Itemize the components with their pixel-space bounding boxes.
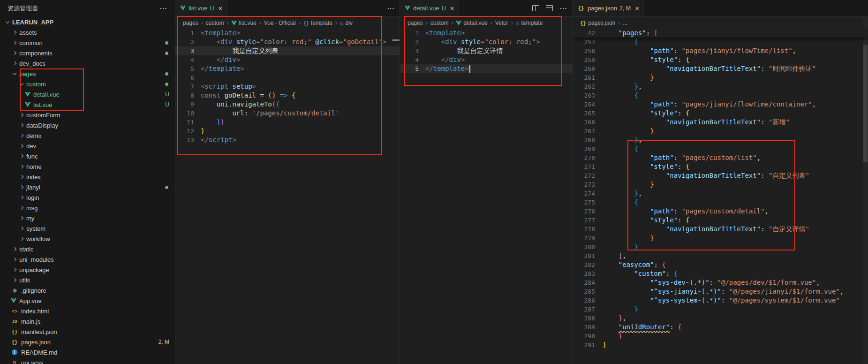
code-line-1[interactable]: 1<template> [400,29,572,38]
more-actions-icon[interactable]: ⋯ [559,5,567,12]
tree-item-datadisplay[interactable]: dataDisplay [0,120,175,130]
tree-item-dev-docs[interactable]: dev_docs [0,58,175,68]
code-line-277[interactable]: 277 "style": { [573,216,868,225]
code-line-268[interactable]: 268 }, [573,136,868,144]
code-line-42[interactable]: 42 "pages": [ [573,29,868,38]
tree-item-static[interactable]: static [0,244,175,254]
tree-item-learun-app[interactable]: LEARUN_APP [0,17,175,27]
breadcrumb-item-list-vue[interactable]: list.vue [231,20,256,26]
tree-item-uni-scss[interactable]: uni.scss [0,357,175,364]
code-line-1[interactable]: 1<template> [175,29,400,38]
breadcrumb-item-template[interactable]: template [303,20,332,26]
breadcrumb-item-item[interactable]: ... [623,20,627,26]
tree-item-customform[interactable]: customForm [0,110,175,120]
code-line-11[interactable]: 11 }) [175,118,400,127]
tab-pages-json[interactable]: pages.json 2, M × [573,0,644,16]
code-line-289[interactable]: 289 "uniIdRouter": { [573,323,868,332]
code-line-9[interactable]: 9 uni.navigateTo({ [175,100,400,109]
tree-item-pages-json[interactable]: pages.json2, M [0,337,175,347]
tree-item-custom[interactable]: custom [0,79,175,89]
code-line-270[interactable]: 270 "path": "pages/custom/list", [573,153,868,162]
tree-item-common[interactable]: common [0,38,175,48]
code-line-2[interactable]: 2 <div style="color: red;" @click="goDet… [175,38,400,46]
code-editor[interactable]: 1<template>2 <div style="color: red;" @c… [175,29,400,364]
tree-item-workflow[interactable]: workflow [0,234,175,244]
editor-layout-icon[interactable] [546,5,553,11]
tab-list-vue[interactable]: list.vue U × [175,0,227,16]
code-editor[interactable]: 42 "pages": [257 {258 "path": "pages/jia… [573,29,868,364]
code-line-287[interactable]: 287 } [573,305,868,314]
code-line-273[interactable]: 273 } [573,180,868,189]
tree-item-home[interactable]: home [0,161,175,172]
code-line-12[interactable]: 12} [175,127,400,136]
tree-item-pages[interactable]: pages [0,68,175,79]
code-line-7[interactable]: 7<script setup> [175,82,400,91]
breadcrumb-item-detail-vue[interactable]: detail.vue [456,20,487,26]
code-line-264[interactable]: 264 "path": "pages/jianyi/flowTime/conta… [573,100,868,109]
code-line-3[interactable]: 3 我是自定义列表 [175,46,400,55]
tree-item-unpackage[interactable]: unpackage [0,265,175,275]
code-line-261[interactable]: 261 } [573,73,868,82]
more-actions-icon[interactable]: ⋯ [159,5,167,12]
code-line-10[interactable]: 10 url: '/pages/custom/detail' [175,109,400,118]
code-line-267[interactable]: 267 } [573,127,868,136]
breadcrumb-item-vetur[interactable]: Vetur [495,20,508,26]
tree-item-main-js[interactable]: main.js [0,316,175,326]
tree-item-jianyi[interactable]: jianyi [0,182,175,192]
breadcrumb-item-pages[interactable]: pages [408,20,423,26]
code-line-276[interactable]: 276 "path": "pages/custom/detail", [573,207,868,216]
code-line-291[interactable]: 291} [573,341,868,349]
tree-item-system[interactable]: system [0,223,175,234]
code-line-290[interactable]: 290 } [573,332,868,341]
tree-item-manifest-json[interactable]: manifest.json [0,326,175,337]
tree-item-utils[interactable]: utils [0,275,175,285]
breadcrumb-item-custom[interactable]: custom [206,20,224,26]
tree-item-index[interactable]: index [0,172,175,182]
tree-item-dev[interactable]: dev [0,141,175,151]
tree-item-components[interactable]: components [0,48,175,58]
code-line-5[interactable]: 5</template> [400,64,572,73]
tree-item-func[interactable]: func [0,151,175,161]
code-line-8[interactable]: 8const goDetail = () => { [175,91,400,100]
code-line-272[interactable]: 272 "navigationBarTitleText": "自定义列表" [573,171,868,180]
code-line-2[interactable]: 2 <div style="color: red;"> [400,38,572,46]
breadcrumb-item-pages[interactable]: pages [183,20,198,26]
scrollbar-thumb[interactable] [863,45,868,162]
tree-item-app-vue[interactable]: App.vue [0,296,175,306]
code-line-257[interactable]: 257 { [573,38,868,46]
code-line-271[interactable]: 271 "style": { [573,162,868,171]
code-line-282[interactable]: 282 "easycom": { [573,260,868,269]
more-actions-icon[interactable]: ⋯ [387,5,395,12]
code-line-274[interactable]: 274 }, [573,189,868,198]
tree-item-msg[interactable]: msg [0,203,175,213]
code-line-286[interactable]: 286 "^sys-system-(.*)": "@/pages/system/… [573,296,868,305]
code-editor[interactable]: 1<template>2 <div style="color: red;">3 … [400,29,572,364]
split-editor-icon[interactable] [532,5,539,11]
breadcrumb-item-pages-json[interactable]: pages.json [580,20,615,26]
code-line-263[interactable]: 263 { [573,91,868,100]
code-line-13[interactable]: 13</script> [175,136,400,144]
code-line-281[interactable]: 281 ], [573,251,868,260]
tree-item-index-html[interactable]: index.html [0,306,175,316]
code-line-275[interactable]: 275 { [573,198,868,207]
tree-item-readme-md[interactable]: README.md [0,347,175,357]
tree-item-login[interactable]: login [0,192,175,203]
code-line-285[interactable]: 285 "^sys-jianyi-(.*)": "@/pages/jianyi/… [573,287,868,296]
tree-item-detail-vue[interactable]: detail.vueU [0,89,175,99]
code-line-6[interactable]: 6 [175,73,400,82]
close-icon[interactable]: × [635,5,639,12]
code-line-284[interactable]: 284 "^sys-dev-(.*)": "@/pages/dev/$1/for… [573,278,868,287]
tab-detail-vue[interactable]: detail.vue U × [400,0,459,16]
code-line-258[interactable]: 258 "path": "pages/jianyi/flowTime/list"… [573,46,868,55]
code-line-3[interactable]: 3 我是自定义详情 [400,46,572,55]
code-line-288[interactable]: 288 }, [573,314,868,323]
breadcrumb-item-vue-official[interactable]: Vue - Official [264,20,296,26]
code-line-4[interactable]: 4 </div> [400,55,572,64]
tree-item-assets[interactable]: assets [0,27,175,38]
breadcrumb-item-template[interactable]: template [516,20,543,26]
code-line-269[interactable]: 269 { [573,144,868,153]
breadcrumb-item-div[interactable]: div [340,20,353,26]
code-line-279[interactable]: 279 } [573,234,868,243]
code-line-259[interactable]: 259 "style": { [573,55,868,64]
code-line-278[interactable]: 278 "navigationBarTitleText": "自定义详情" [573,225,868,234]
